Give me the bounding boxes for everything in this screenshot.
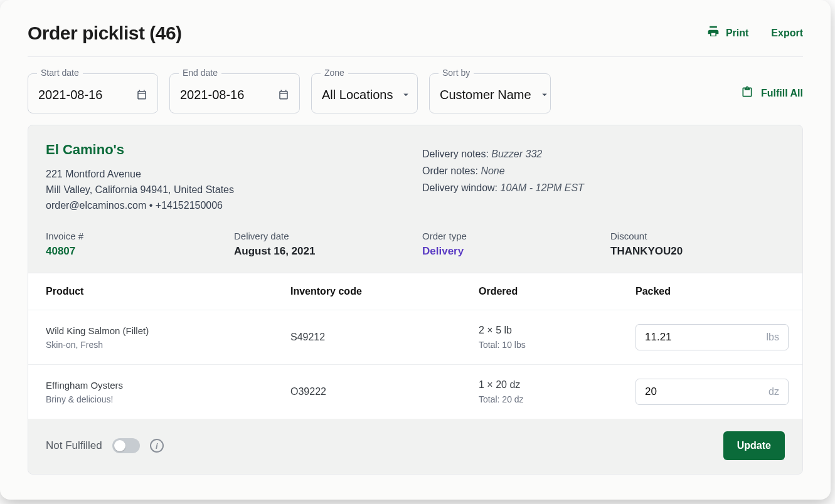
ordered-qty: 1 × 20 dz: [479, 379, 636, 391]
packed-cell: 11.21 lbs: [636, 324, 789, 350]
col-inventory: Inventory code: [290, 286, 479, 297]
packed-cell: 20 dz: [636, 379, 789, 405]
table-row: Effingham Oysters Briny & delicious! O39…: [28, 365, 802, 419]
invoice-block: Invoice # 40807: [46, 231, 234, 258]
order-card: El Camino's 221 Montford Avenue Mill Val…: [28, 125, 803, 475]
product-name: Wild King Salmon (Fillet): [46, 325, 290, 336]
start-date-field[interactable]: Start date 2021-08-16: [28, 73, 158, 113]
packed-unit: lbs: [767, 332, 779, 343]
toggle-knob: [114, 440, 125, 451]
ordered-cell: 1 × 20 dz Total: 20 dz: [479, 379, 636, 404]
inventory-code: O39222: [290, 386, 479, 397]
update-button[interactable]: Update: [723, 431, 785, 460]
delivery-notes-label: Delivery notes:: [422, 149, 489, 159]
packed-value: 20: [645, 386, 657, 398]
calendar-icon: [136, 89, 147, 100]
clipboard-icon: [741, 86, 753, 101]
ordered-total: Total: 20 dz: [479, 394, 636, 404]
end-date-field[interactable]: End date 2021-08-16: [169, 73, 300, 113]
invoice-number[interactable]: 40807: [46, 245, 234, 258]
calendar-icon: [278, 89, 289, 100]
address-line-1: 221 Montford Avenue: [46, 167, 385, 182]
order-header: El Camino's 221 Montford Avenue Mill Val…: [28, 125, 802, 227]
product-cell: Wild King Salmon (Fillet) Skin-on, Fresh: [46, 325, 290, 350]
order-footer: Not Fulfilled i Update: [28, 419, 802, 474]
inventory-code: S49212: [290, 332, 479, 343]
ordered-total: Total: 10 lbs: [479, 340, 636, 350]
col-ordered: Ordered: [479, 286, 636, 297]
chevron-down-icon: [539, 89, 550, 100]
packed-input[interactable]: 11.21 lbs: [636, 324, 789, 350]
order-type-block: Order type Delivery: [422, 231, 610, 258]
col-packed: Packed: [636, 286, 785, 297]
discount-value: THANKYOU20: [610, 245, 785, 258]
header-row: Order picklist (46) Print Export: [28, 23, 803, 57]
line-items-table: Product Inventory code Ordered Packed Wi…: [28, 273, 802, 419]
sort-label: Sort by: [439, 68, 474, 78]
fulfilled-toggle[interactable]: [112, 438, 140, 453]
delivery-date-block: Delivery date August 16, 2021: [234, 231, 422, 258]
export-label: Export: [771, 28, 803, 39]
packed-value: 11.21: [645, 331, 672, 344]
order-type-label: Order type: [422, 231, 610, 241]
customer-block: El Camino's 221 Montford Avenue Mill Val…: [46, 142, 385, 213]
end-date-value: 2021-08-16: [180, 88, 270, 102]
export-button[interactable]: Export: [771, 28, 803, 39]
contact-line: order@elcaminos.com • +14152150006: [46, 198, 385, 214]
address-line-2: Mill Valley, California 94941, United St…: [46, 182, 385, 198]
packed-unit: dz: [769, 386, 779, 397]
sort-value: Customer Name: [440, 88, 531, 102]
print-button[interactable]: Print: [707, 26, 748, 41]
product-cell: Effingham Oysters Briny & delicious!: [46, 380, 290, 404]
delivery-date-label: Delivery date: [234, 231, 422, 241]
invoice-label: Invoice #: [46, 231, 234, 241]
sort-select[interactable]: Sort by Customer Name: [429, 73, 551, 113]
order-meta-row: Invoice # 40807 Delivery date August 16,…: [28, 227, 802, 273]
zone-value: All Locations: [322, 88, 393, 102]
fulfillment-status: Not Fulfilled i: [46, 438, 164, 453]
ordered-cell: 2 × 5 lb Total: 10 lbs: [479, 325, 636, 350]
header-actions: Print Export: [707, 26, 803, 41]
end-date-label: End date: [179, 68, 221, 78]
zone-label: Zone: [321, 68, 348, 78]
chevron-down-icon: [400, 89, 412, 100]
not-fulfilled-label: Not Fulfilled: [46, 439, 102, 452]
notes-block: Delivery notes: Buzzer 332 Order notes: …: [422, 142, 785, 213]
zone-select[interactable]: Zone All Locations: [311, 73, 418, 113]
fulfill-all-button[interactable]: Fulfill All: [741, 86, 803, 101]
table-row: Wild King Salmon (Fillet) Skin-on, Fresh…: [28, 310, 802, 365]
page-card: Order picklist (46) Print Export Start d…: [0, 0, 831, 500]
filters-row: Start date 2021-08-16 End date 2021-08-1…: [28, 57, 803, 125]
print-icon: [707, 26, 720, 41]
delivery-date-value: August 16, 2021: [234, 245, 422, 258]
discount-label: Discount: [610, 231, 785, 241]
packed-input[interactable]: 20 dz: [636, 379, 789, 405]
discount-block: Discount THANKYOU20: [610, 231, 785, 258]
delivery-window-value: 10AM - 12PM EST: [501, 182, 584, 193]
info-icon[interactable]: i: [150, 439, 164, 453]
print-label: Print: [726, 28, 748, 39]
delivery-window-label: Delivery window:: [422, 182, 497, 193]
product-name: Effingham Oysters: [46, 380, 290, 391]
delivery-notes-value: Buzzer 332: [491, 149, 542, 159]
product-sub: Skin-on, Fresh: [46, 340, 290, 350]
order-notes-label: Order notes:: [422, 165, 478, 176]
start-date-value: 2021-08-16: [38, 88, 129, 102]
order-notes-value: None: [481, 165, 504, 176]
product-sub: Briny & delicious!: [46, 394, 290, 404]
order-type-value: Delivery: [422, 245, 610, 258]
table-header: Product Inventory code Ordered Packed: [28, 273, 802, 310]
ordered-qty: 2 × 5 lb: [479, 325, 636, 336]
page-title: Order picklist (46): [28, 23, 182, 44]
customer-name[interactable]: El Camino's: [46, 142, 385, 158]
start-date-label: Start date: [37, 68, 83, 78]
fulfill-all-label: Fulfill All: [761, 88, 803, 99]
col-product: Product: [46, 286, 290, 297]
